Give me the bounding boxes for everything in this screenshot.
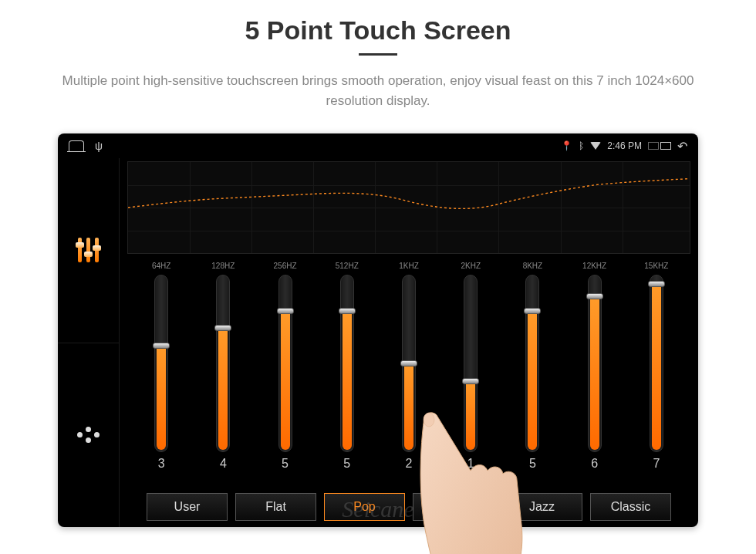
eq-slider-thumb[interactable] <box>586 293 603 299</box>
eq-slider[interactable]: 64HZ3 <box>134 262 188 488</box>
eq-band-label: 2KHZ <box>461 262 481 270</box>
eq-slider[interactable]: 256HZ5 <box>258 262 312 488</box>
status-time: 2:46 PM <box>607 140 642 151</box>
preset-button-pop[interactable]: Pop <box>324 493 405 521</box>
eq-slider[interactable]: 12KHZ6 <box>568 262 622 488</box>
eq-slider-fill <box>157 344 166 450</box>
eq-band-label: 8KHZ <box>523 262 543 270</box>
eq-slider-thumb[interactable] <box>153 343 170 349</box>
page-title: 5 Point Touch Screen <box>31 15 725 46</box>
equalizer-panel: 64HZ3128HZ4256HZ5512HZ51KHZ22KHZ18KHZ512… <box>120 158 698 527</box>
eq-slider-fill <box>281 309 290 450</box>
eq-slider-fill <box>590 295 599 450</box>
eq-slider-thumb[interactable] <box>277 308 294 314</box>
eq-slider-track[interactable] <box>154 275 168 452</box>
balance-icon <box>77 427 100 444</box>
eq-band-value: 7 <box>653 457 660 471</box>
eq-band-label: 12KHZ <box>582 262 606 270</box>
status-bar: ψ 📍 ᛒ 2:46 PM ↶ <box>58 133 698 158</box>
eq-band-value: 5 <box>282 457 289 471</box>
eq-band-value: 2 <box>406 457 413 471</box>
bluetooth-icon: ᛒ <box>579 140 584 151</box>
preset-button-flat[interactable]: Flat <box>235 493 316 521</box>
eq-slider-track[interactable] <box>278 275 292 452</box>
eq-slider-thumb[interactable] <box>339 308 356 314</box>
page-subtitle: Multiple point high-sensitive touchscree… <box>46 71 710 110</box>
eq-slider-track[interactable] <box>340 275 354 452</box>
eq-slider-thumb[interactable] <box>214 325 231 331</box>
home-icon[interactable] <box>69 140 84 151</box>
eq-slider-thumb[interactable] <box>400 360 417 367</box>
title-underline <box>359 53 397 56</box>
eq-slider-thumb[interactable] <box>462 378 479 384</box>
eq-slider-track[interactable] <box>650 275 663 452</box>
eq-slider-track[interactable] <box>216 275 230 452</box>
eq-band-label: 1KHZ <box>399 262 419 270</box>
waveform-line-icon <box>128 162 690 253</box>
eq-band-label: 256HZ <box>274 262 297 270</box>
eq-band-label: 512HZ <box>336 262 359 270</box>
device-frame: ψ 📍 ᛒ 2:46 PM ↶ <box>58 133 698 527</box>
sidebar-item-balance[interactable] <box>58 343 119 528</box>
eq-slider-fill <box>466 380 475 450</box>
eq-band-value: 6 <box>591 457 598 471</box>
sidebar-item-equalizer[interactable] <box>58 158 119 343</box>
eq-slider[interactable]: 8KHZ5 <box>505 262 559 488</box>
eq-band-value: 5 <box>343 457 350 471</box>
eq-slider-fill <box>652 282 661 450</box>
eq-slider[interactable]: 2KHZ1 <box>444 262 498 488</box>
eq-band-value: 4 <box>220 457 227 471</box>
sidebar <box>58 158 120 527</box>
eq-band-value: 1 <box>467 457 474 471</box>
eq-slider[interactable]: 512HZ5 <box>320 262 374 488</box>
eq-band-value: 5 <box>529 457 536 471</box>
preset-button-jazz[interactable]: Jazz <box>501 493 582 521</box>
location-icon: 📍 <box>561 140 572 151</box>
eq-band-label: 128HZ <box>211 262 235 270</box>
wifi-icon <box>590 142 601 150</box>
preset-row: UserFlatPopRockJazzClassic <box>127 493 690 521</box>
eq-band-label: 15KHZ <box>644 262 668 270</box>
multitask-icon[interactable] <box>648 142 671 150</box>
waveform-display <box>127 161 690 254</box>
eq-slider-track[interactable] <box>464 275 478 452</box>
preset-button-classic[interactable]: Classic <box>590 493 671 521</box>
eq-slider[interactable]: 15KHZ7 <box>629 262 683 488</box>
usb-icon: ψ <box>95 140 103 152</box>
preset-button-rock[interactable]: Rock <box>413 493 494 521</box>
eq-sliders: 64HZ3128HZ4256HZ5512HZ51KHZ22KHZ18KHZ512… <box>127 254 690 488</box>
eq-slider-thumb[interactable] <box>524 308 541 314</box>
back-icon[interactable]: ↶ <box>677 139 687 154</box>
eq-slider-track[interactable] <box>402 275 416 452</box>
eq-slider-fill <box>528 309 537 450</box>
eq-slider-fill <box>343 309 352 450</box>
equalizer-icon <box>75 236 103 264</box>
preset-button-user[interactable]: User <box>147 493 228 521</box>
eq-slider-track[interactable] <box>525 275 539 452</box>
eq-band-label: 64HZ <box>152 262 170 270</box>
eq-band-value: 3 <box>158 457 165 471</box>
eq-slider-thumb[interactable] <box>648 281 665 287</box>
eq-slider-fill <box>404 362 413 450</box>
eq-slider[interactable]: 1KHZ2 <box>382 262 436 488</box>
eq-slider-track[interactable] <box>588 275 602 452</box>
eq-slider[interactable]: 128HZ4 <box>196 262 250 488</box>
eq-slider-fill <box>218 326 228 450</box>
